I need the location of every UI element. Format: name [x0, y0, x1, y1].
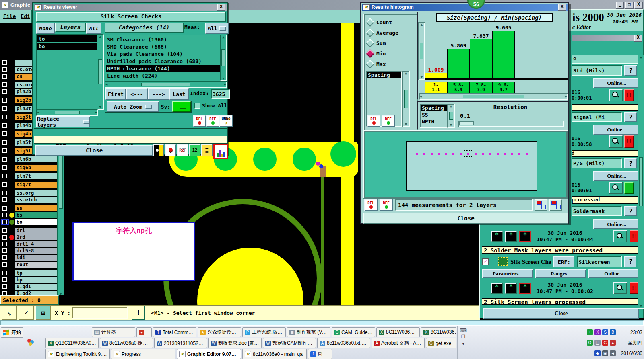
histogram-bar[interactable]: [470, 39, 492, 78]
help-button[interactable]: ?: [624, 158, 637, 168]
stat-option-min[interactable]: Min: [364, 48, 417, 59]
report-icon[interactable]: ≣: [201, 144, 213, 156]
stat-option-average[interactable]: Average: [364, 27, 417, 38]
source-item[interactable]: Spacing: [421, 105, 447, 111]
layer-checkbox[interactable]: [1, 82, 9, 88]
stat-option-max[interactable]: Max: [364, 59, 417, 69]
help-button[interactable]: ?: [624, 256, 636, 267]
run-stop-icon[interactable]: *: [519, 231, 531, 242]
layer-row[interactable]: pln7t: [1, 173, 57, 179]
tray-volume-icon[interactable]: ◄: [610, 350, 616, 356]
taskbar-item[interactable]: CCAM_Guide v2.43: [332, 327, 375, 337]
export-chart-icon[interactable]: [549, 199, 562, 211]
taskbar-item[interactable]: f周: [308, 349, 332, 359]
layer-checkbox[interactable]: [1, 67, 9, 73]
taskbar-item[interactable]: X8C11W036A0-预审指...: [421, 327, 456, 337]
taskbar-item[interactable]: ★兴森快捷衡阳分公司...: [198, 327, 241, 337]
std-mils-input[interactable]: [572, 65, 622, 76]
category-item[interactable]: NPTH clearance (144): [106, 65, 221, 72]
measure-point-icon[interactable]: [165, 144, 176, 156]
layer-row[interactable]: drl: [1, 227, 57, 234]
bin-label[interactable]: 9.6-9.7: [492, 82, 515, 93]
layer-checkbox[interactable]: [1, 219, 9, 225]
online-button[interactable]: Online...: [593, 125, 640, 135]
tray-bluetooth-icon[interactable]: B: [610, 329, 616, 335]
histogram-close-button[interactable]: Close: [363, 213, 568, 224]
category-item[interactable]: SMD Clearance (688): [106, 43, 221, 51]
taskbar-item[interactable]: W制板要求.doc [兼容模...: [208, 338, 262, 348]
tray-network-icon[interactable]: ▣: [602, 350, 608, 356]
stat-option-count[interactable]: Count: [364, 17, 417, 27]
tray-arrow-icon[interactable]: ▲: [610, 340, 616, 346]
layer-checkbox[interactable]: [1, 228, 9, 234]
layer-checkbox[interactable]: [1, 97, 9, 103]
source-scrollbar[interactable]: ▲▼: [447, 104, 455, 128]
ref-disabled-icon[interactable]: REF: [177, 144, 188, 156]
tray-expand-icon[interactable]: ▾: [462, 341, 464, 346]
alert-button[interactable]: !!: [624, 89, 634, 101]
category-item[interactable]: Undrilled pads Clearance (688): [106, 58, 221, 65]
taskbar-item[interactable]: X8C11W036A0制作单....: [376, 327, 420, 337]
categories-hscroll[interactable]: ◄►: [105, 81, 227, 88]
meas-dropdown[interactable]: All: [205, 23, 229, 34]
parameters-button[interactable]: Parameters...: [482, 269, 533, 278]
magnifier-icon[interactable]: [613, 230, 627, 242]
category-item[interactable]: Via pads Clearance (104): [106, 51, 221, 58]
del-button[interactable]: DEL: [193, 115, 206, 127]
layer-row[interactable]: tp: [1, 270, 57, 276]
del-button[interactable]: DEL: [367, 115, 380, 127]
layer-checkbox[interactable]: [1, 131, 9, 137]
erf-input[interactable]: [577, 256, 622, 267]
alert-bang-button[interactable]: !: [132, 306, 145, 320]
help-button[interactable]: ?: [624, 112, 637, 122]
taskbar-item[interactable]: ≣制作规范 (Ver:1.0.6): [287, 327, 330, 337]
first-button[interactable]: First: [105, 88, 126, 100]
categories-scrollbar[interactable]: ▲▼: [220, 35, 227, 81]
stat-option-sum[interactable]: Sum: [364, 38, 417, 48]
layer-checkbox[interactable]: [1, 205, 9, 211]
layer-checkbox[interactable]: [1, 197, 9, 203]
taskbar-item[interactable]: A8c11w036a0.txt - 写字板: [317, 338, 370, 348]
series-item[interactable]: Spacing: [367, 72, 401, 78]
ref-button[interactable]: REF: [206, 115, 219, 127]
layer-checkbox[interactable]: [1, 106, 9, 112]
tray-purple-x-icon[interactable]: X: [594, 329, 601, 335]
magnifier-icon[interactable]: [609, 182, 623, 194]
prev-button[interactable]: <---: [126, 88, 148, 100]
menu-file[interactable]: File: [3, 13, 16, 19]
taskbar-item[interactable]: ▦计算器: [92, 327, 135, 337]
taskbar-item[interactable]: P工程系统 版本: 1.1...: [242, 327, 286, 337]
layer-row[interactable]: bp: [1, 277, 57, 283]
ref-button[interactable]: REF: [382, 115, 395, 127]
results-viewer-titlebar[interactable]: ✕ Results viewer X: [34, 4, 227, 11]
layer-checkbox[interactable]: [1, 270, 9, 276]
chart-hscroll[interactable]: ◄►: [419, 93, 568, 100]
tray-green-plus-icon[interactable]: +: [587, 329, 593, 335]
layer-checkbox[interactable]: [1, 114, 9, 120]
histogram-close-icon[interactable]: X: [558, 4, 566, 11]
viewer-layer-scrollbar[interactable]: ▲▼: [97, 34, 104, 110]
viewer-close-button[interactable]: Close: [35, 145, 153, 156]
alert-button[interactable]: !!: [624, 135, 634, 148]
layer-row[interactable]: ss: [1, 205, 57, 211]
series-scrollbar[interactable]: ▲▼: [402, 71, 410, 127]
layer-checkbox[interactable]: [1, 212, 9, 218]
auto-zoom-dropdown[interactable]: Auto Zoom: [107, 101, 159, 112]
right-panel-close-button[interactable]: Close: [483, 308, 639, 319]
resolution-slider-handle[interactable]: [459, 121, 474, 125]
chart-vscroll[interactable]: ▲▼: [418, 22, 425, 80]
prompt-bar[interactable]: [0, 320, 644, 326]
run-check-icon[interactable]: *: [491, 283, 503, 294]
pages-icon[interactable]: 12: [189, 144, 200, 156]
index-input[interactable]: [211, 89, 230, 99]
layer-row[interactable]: ss.etch: [1, 197, 57, 203]
tray-g-icon[interactable]: G: [602, 340, 608, 346]
inner-close-button[interactable]: X: [634, 35, 642, 42]
layer-checkbox[interactable]: [1, 89, 9, 95]
layer-checkbox[interactable]: [1, 165, 9, 171]
taskbar-item[interactable]: TTotal Commander 7.0 ...: [153, 327, 196, 337]
restore-button[interactable]: ❐: [625, 2, 634, 9]
magnifier-icon[interactable]: [609, 89, 623, 101]
last-button[interactable]: Last: [169, 88, 189, 100]
help-button[interactable]: ?: [624, 206, 637, 216]
